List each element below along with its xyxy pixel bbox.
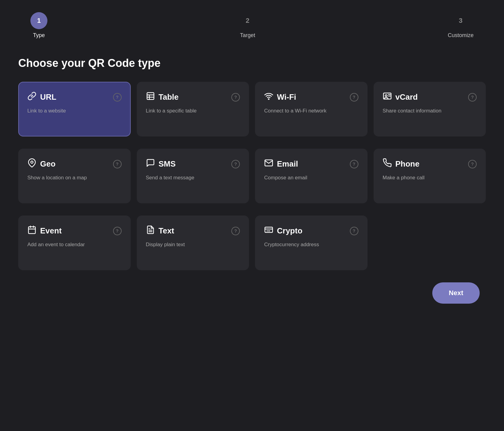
sms-icon xyxy=(146,158,155,170)
card-table-header: Table ? xyxy=(146,91,240,103)
card-email-title: Email xyxy=(277,159,346,169)
step-2: 2 Target xyxy=(239,12,256,39)
card-text-desc: Display plain text xyxy=(146,241,240,249)
svg-point-6 xyxy=(385,95,387,97)
card-grid-row1: URL ? Link to a website Table ? Link to … xyxy=(18,82,486,136)
wifi-icon xyxy=(264,91,273,103)
card-url-header: URL ? xyxy=(27,91,122,103)
card-email[interactable]: Email ? Compose an email xyxy=(255,149,368,203)
svg-rect-10 xyxy=(29,227,36,234)
svg-point-4 xyxy=(268,99,269,100)
card-phone-header: Phone ? xyxy=(383,158,477,170)
card-crypto-title: Crypto xyxy=(277,226,346,236)
vcard-icon xyxy=(383,91,392,103)
url-icon xyxy=(27,91,36,103)
svg-rect-16 xyxy=(265,227,273,233)
card-table-title: Table xyxy=(159,92,228,102)
card-crypto-header: Crypto ? xyxy=(264,225,358,236)
card-wifi-header: Wi-Fi ? xyxy=(264,91,358,103)
card-email-header: Email ? xyxy=(264,158,358,170)
step-1-number: 1 xyxy=(30,12,47,29)
card-crypto-desc: Cryptocurrency address xyxy=(264,241,358,249)
next-button[interactable]: Next xyxy=(432,282,480,304)
text-icon xyxy=(146,225,155,236)
card-sms-title: SMS xyxy=(159,159,228,169)
card-url[interactable]: URL ? Link to a website xyxy=(18,82,131,136)
card-vcard[interactable]: vCard ? Share contact information xyxy=(374,82,486,136)
card-geo-help[interactable]: ? xyxy=(113,160,122,168)
card-sms-help[interactable]: ? xyxy=(231,160,240,168)
crypto-icon xyxy=(264,225,273,236)
card-email-desc: Compose an email xyxy=(264,174,358,182)
card-grid-row2: Geo ? Show a location on a map SMS ? Sen… xyxy=(18,149,486,203)
step-1: 1 Type xyxy=(30,12,47,39)
card-sms-desc: Send a text message xyxy=(146,174,240,182)
card-vcard-header: vCard ? xyxy=(383,91,477,103)
footer: Next xyxy=(18,282,486,304)
geo-icon xyxy=(27,158,36,170)
card-wifi[interactable]: Wi-Fi ? Connect to a Wi-Fi network xyxy=(255,82,368,136)
card-geo-desc: Show a location on a map xyxy=(27,174,122,182)
card-wifi-title: Wi-Fi xyxy=(277,92,346,102)
card-text-help[interactable]: ? xyxy=(231,227,240,235)
step-2-label: Target xyxy=(240,32,255,39)
card-phone[interactable]: Phone ? Make a phone call xyxy=(374,149,486,203)
step-3: 3 Customize xyxy=(448,12,474,39)
event-icon xyxy=(27,225,36,236)
card-sms-header: SMS ? xyxy=(146,158,240,170)
card-geo-title: Geo xyxy=(40,159,109,169)
svg-point-9 xyxy=(31,161,33,164)
page-title: Choose your QR Code type xyxy=(18,57,486,70)
step-3-number: 3 xyxy=(452,12,469,29)
card-vcard-help[interactable]: ? xyxy=(468,93,477,102)
card-phone-help[interactable]: ? xyxy=(468,160,477,168)
card-phone-title: Phone xyxy=(395,159,465,169)
card-table-help[interactable]: ? xyxy=(231,93,240,102)
card-crypto[interactable]: Crypto ? Cryptocurrency address xyxy=(255,216,368,270)
card-geo[interactable]: Geo ? Show a location on a map xyxy=(18,149,131,203)
card-text-title: Text xyxy=(159,226,228,236)
card-event-desc: Add an event to calendar xyxy=(27,241,122,249)
card-text-header: Text ? xyxy=(146,225,240,236)
card-geo-header: Geo ? xyxy=(27,158,122,170)
card-phone-desc: Make a phone call xyxy=(383,174,477,182)
step-1-label: Type xyxy=(33,32,45,39)
card-event[interactable]: Event ? Add an event to calendar xyxy=(18,216,131,270)
card-url-title: URL xyxy=(40,92,109,102)
table-icon xyxy=(146,91,155,103)
card-wifi-desc: Connect to a Wi-Fi network xyxy=(264,107,358,115)
card-email-help[interactable]: ? xyxy=(350,160,358,168)
card-table-desc: Link to a specific table xyxy=(146,107,240,115)
card-url-desc: Link to a website xyxy=(27,107,122,115)
card-table[interactable]: Table ? Link to a specific table xyxy=(137,82,249,136)
card-vcard-desc: Share contact information xyxy=(383,107,477,115)
card-crypto-help[interactable]: ? xyxy=(350,227,358,235)
stepper: 1 Type 2 Target 3 Customize xyxy=(18,12,486,39)
card-event-title: Event xyxy=(40,226,109,236)
svg-rect-0 xyxy=(147,93,154,100)
email-icon xyxy=(264,158,273,170)
card-text[interactable]: Text ? Display plain text xyxy=(137,216,249,270)
card-wifi-help[interactable]: ? xyxy=(350,93,358,102)
card-grid-row3: Event ? Add an event to calendar Text ? … xyxy=(18,216,486,270)
card-event-help[interactable]: ? xyxy=(113,227,122,235)
card-sms[interactable]: SMS ? Send a text message xyxy=(137,149,249,203)
card-event-header: Event ? xyxy=(27,225,122,236)
phone-icon xyxy=(383,158,392,170)
card-url-help[interactable]: ? xyxy=(113,93,122,102)
step-2-number: 2 xyxy=(239,12,256,29)
card-vcard-title: vCard xyxy=(395,92,465,102)
step-3-label: Customize xyxy=(448,32,474,39)
